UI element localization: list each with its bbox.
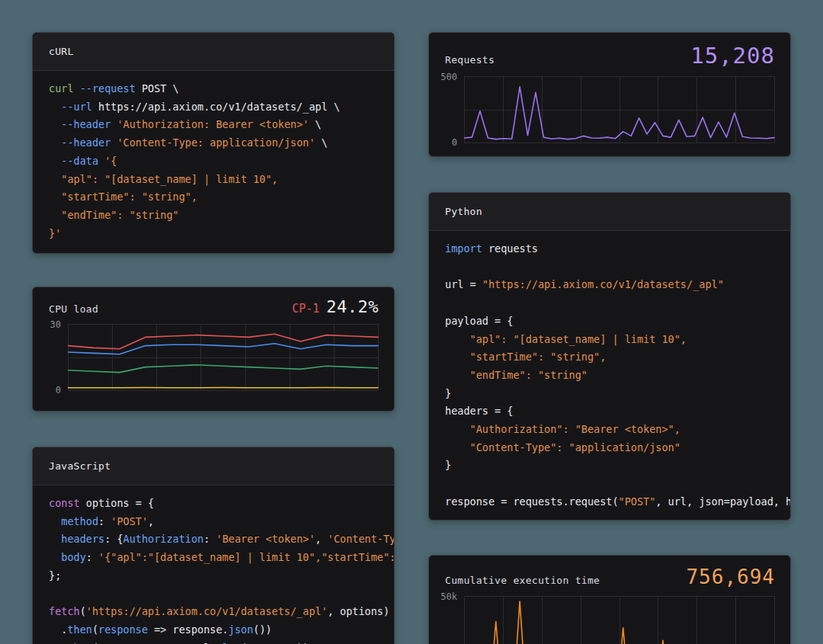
y-tick-label: 0: [452, 138, 457, 147]
code-line: --data '{: [49, 152, 378, 171]
javascript-card-title: JavaScript: [49, 460, 110, 472]
code-line: "apl": "[dataset_name] | limit 10",: [445, 331, 774, 349]
code-line: .then(response => console.log(response)): [49, 639, 378, 644]
javascript-snippet-card: JavaScript const options = { method: 'PO…: [32, 447, 395, 644]
requests-y-axis-labels: 500 0: [437, 76, 464, 143]
cpu-chart-title: CPU load: [49, 303, 98, 315]
cpu-load-chart-card: CPU load CP-1 24.2% 30 0: [32, 287, 395, 412]
y-tick-label: 50k: [440, 592, 457, 601]
cumulative-line-chart: [464, 596, 775, 644]
code-line: --url https://api.axiom.co/v1/datasets/_…: [49, 98, 378, 117]
cumulative-chart-area: 50k: [429, 588, 790, 644]
requests-chart-area: 500 0: [429, 69, 790, 154]
cumulative-chart-header: Cumulative execution time 756,694: [429, 556, 790, 588]
curl-snippet-card: cURL curl --request POST \ --url https:/…: [32, 32, 395, 254]
requests-line-chart: [464, 76, 775, 143]
code-line: }: [445, 457, 774, 475]
page-canvas: cURL curl --request POST \ --url https:/…: [0, 0, 823, 644]
code-line: headers = {: [445, 402, 774, 421]
code-line: "apl": "[dataset_name] | limit 10",: [49, 171, 378, 189]
requests-chart-card: Requests 15,208 500 0: [428, 32, 791, 157]
curl-card-title: cURL: [49, 46, 74, 57]
cpu-series-label: CP-1: [292, 302, 319, 316]
curl-code-block: curl --request POST \ --url https://api.…: [33, 71, 394, 252]
python-snippet-card: Python import requests url = "https://ap…: [428, 192, 791, 521]
requests-chart-title: Requests: [445, 54, 495, 66]
python-card-header: Python: [429, 193, 790, 231]
y-tick-label: 30: [50, 320, 61, 329]
code-line: const options = {: [49, 495, 378, 513]
code-line: fetch('https://api.axiom.co/v1/datasets/…: [49, 603, 378, 621]
cumulative-y-axis-labels: 50k: [437, 596, 464, 644]
cpu-value: 24.2%: [326, 297, 379, 316]
code-line: payload = {: [445, 312, 774, 331]
y-tick-label: 500: [440, 72, 457, 82]
code-line: method: 'POST',: [49, 513, 378, 531]
code-line: response = requests.request("POST", url,…: [445, 493, 774, 511]
python-card-title: Python: [445, 206, 482, 217]
code-line: curl --request POST \: [49, 80, 378, 98]
cpu-y-axis-labels: 30 0: [40, 324, 68, 391]
code-line: "Authorization": "Bearer <token>",: [445, 421, 774, 439]
cpu-line-chart: [68, 324, 379, 391]
requests-value: 15,208: [690, 43, 775, 69]
javascript-card-header: JavaScript: [33, 447, 394, 485]
cpu-current-reading: CP-1 24.2%: [292, 297, 379, 316]
cpu-chart-header: CPU load CP-1 24.2%: [33, 287, 394, 316]
y-tick-label: 0: [56, 386, 61, 395]
code-line: body: '{"apl":"[dataset_name] | limit 10…: [49, 549, 378, 567]
cumulative-value: 756,694: [686, 566, 775, 588]
python-code-block: import requests url = "https://api.axiom…: [429, 231, 790, 521]
javascript-code-block: const options = { method: 'POST', header…: [33, 485, 394, 644]
code-line: }: [445, 385, 774, 403]
code-line: [445, 475, 774, 493]
code-line: --header 'Authorization: Bearer <token>'…: [49, 116, 378, 134]
code-line: "endTime": "string": [445, 367, 774, 385]
code-line: };: [49, 567, 378, 585]
code-line: --header 'Content-Type: application/json…: [49, 134, 378, 152]
cumulative-chart-title: Cumulative execution time: [445, 575, 600, 586]
code-line: headers: {Authorization: 'Bearer <token>…: [49, 530, 378, 549]
code-line: "endTime": "string": [49, 207, 378, 225]
code-line: .then(response => response.json()): [49, 621, 378, 639]
code-line: import requests: [445, 240, 774, 258]
code-line: }': [49, 225, 378, 243]
requests-chart-header: Requests 15,208: [429, 33, 790, 69]
code-line: [445, 294, 774, 312]
code-line: "startTime": "string",: [445, 348, 774, 367]
cpu-chart-area: 30 0: [33, 316, 394, 402]
code-line: [49, 585, 378, 604]
cumulative-execution-time-chart-card: Cumulative execution time 756,694 50k: [428, 555, 791, 644]
code-line: "Content-Type": "application/json": [445, 439, 774, 457]
curl-card-header: cURL: [33, 33, 394, 71]
code-line: "startTime": "string",: [49, 188, 378, 207]
code-line: [445, 258, 774, 277]
code-line: url = "https://api.axiom.co/v1/datasets/…: [445, 276, 774, 294]
